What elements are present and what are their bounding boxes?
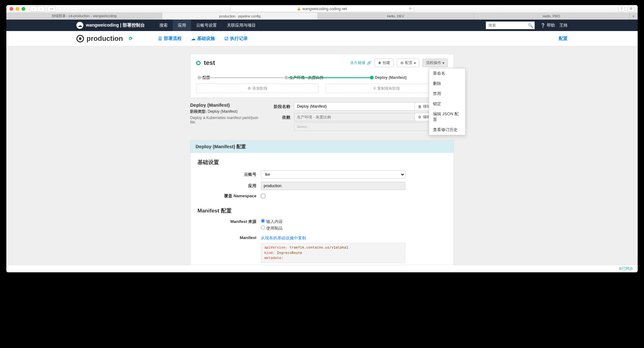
- lock-icon: 🔒: [297, 7, 301, 10]
- config-button[interactable]: ⚙配置 ▾: [397, 59, 419, 67]
- menu-history[interactable]: 查看修订历史: [429, 125, 465, 135]
- stage-graph: 配置 生产环境 - 灰度比例 Deploy (Manifest): [196, 73, 448, 82]
- copy-from-infra-link[interactable]: 从现有的基础设施中复制: [261, 236, 306, 240]
- tabs-icon[interactable]: ⧉: [628, 6, 634, 12]
- list-icon: ☰: [158, 36, 162, 41]
- manifest-code[interactable]: apiVersion: traefik.containo.us/v1alpha1…: [261, 243, 405, 263]
- check-icon: ☑: [224, 36, 229, 41]
- browser-tab[interactable]: 持续部署 - cd-production - wangweicoding: [6, 13, 162, 19]
- gear-icon: ⚙: [418, 115, 422, 119]
- url-text: wangweicoding.coding.net: [302, 7, 347, 11]
- user-name[interactable]: 王炜: [559, 22, 568, 28]
- search-button[interactable]: 🔍: [526, 22, 535, 29]
- cloud-icon: ☁: [191, 36, 196, 41]
- titlebar: ‹ › ▭ 🔒 wangweicoding.coding.net ⟳ ⇪ ⧉: [6, 5, 638, 13]
- app-label: 应用: [197, 183, 261, 189]
- namespace-label: 覆盖 Namespace: [197, 193, 261, 199]
- help-link[interactable]: ❔ 帮助: [540, 22, 555, 28]
- cloud-account-label: 云账号: [197, 172, 261, 177]
- stage-label: Deploy (Manifest): [375, 75, 407, 80]
- depends-label: 依赖: [272, 113, 294, 120]
- help-label: 帮助: [547, 22, 555, 28]
- manifest-source-label: Manifest 来源: [197, 219, 261, 225]
- new-tab-button[interactable]: +: [629, 13, 638, 19]
- plus-icon: ✚: [378, 61, 381, 65]
- reload-icon[interactable]: ⟳: [409, 7, 412, 11]
- trash-icon: 🗑: [418, 104, 422, 109]
- permalink[interactable]: 永久链接 🔗: [350, 60, 371, 66]
- gear-icon: ⚙: [248, 86, 251, 91]
- refresh-icon[interactable]: ⟳: [129, 36, 133, 41]
- app-name[interactable]: production ⟳: [76, 35, 133, 43]
- share-icon[interactable]: ⇪: [618, 6, 625, 12]
- brand-icon: ☁: [76, 22, 83, 29]
- search-icon: 🔍: [528, 23, 533, 28]
- manifest-config-title: Manifest 配置: [197, 207, 447, 214]
- page-body: test 永久链接 🔗 ✚创建 ⚙配置 ▾ 流程操作 ▾ 重命名 删除 禁用 锁…: [6, 46, 638, 272]
- add-stage-button[interactable]: ⚙添加阶段: [196, 84, 319, 93]
- minimize-window-icon[interactable]: [16, 7, 19, 11]
- stage-detail: Deploy (Manifest) 阶段类型: Deploy (Manifest…: [190, 102, 454, 133]
- dependency-add[interactable]: Select...: [294, 123, 447, 131]
- menu-lock[interactable]: 锁定: [429, 99, 465, 109]
- browser-tab[interactable]: production · pipeline config: [162, 13, 318, 19]
- deploy-config-panel: Deploy (Manifest) 配置 基础设置 云账号 tke 应用 覆盖 …: [190, 140, 454, 272]
- topnav-app[interactable]: 应用: [173, 20, 191, 31]
- brand-text: wangweicoding | 部署控制台: [86, 22, 145, 28]
- stage-detail-desc: Deploy a Kubernetes manifest yaml/json f…: [190, 116, 263, 124]
- pipeline-title: test: [204, 59, 215, 66]
- url-bar[interactable]: 🔒 wangweicoding.coding.net ⟳: [230, 6, 414, 12]
- pipeline-panel: test 永久链接 🔗 ✚创建 ⚙配置 ▾ 流程操作 ▾ 重命名 删除 禁用 锁…: [190, 54, 454, 98]
- stage-node[interactable]: [284, 76, 288, 79]
- pipeline-actions-button[interactable]: 流程操作 ▾: [422, 59, 448, 67]
- namespace-checkbox[interactable]: [261, 194, 265, 198]
- app-bar: ☁ wangweicoding | 部署控制台 搜索 应用 云账号设置 关联应用…: [6, 20, 638, 31]
- stage-name-label: 阶段名称: [272, 102, 294, 110]
- sync-status-text: 已同步: [622, 266, 633, 271]
- app-input: [261, 182, 405, 190]
- menu-edit-json[interactable]: 编辑 JSON 配置: [429, 109, 465, 125]
- stage-node[interactable]: [197, 76, 201, 79]
- tab-exec[interactable]: ☑执行记录: [224, 36, 248, 41]
- browser-tab[interactable]: Hello, DEV: [318, 13, 474, 19]
- topnav-link[interactable]: 关联应用与项目: [222, 20, 261, 31]
- stage-node-selected[interactable]: [370, 76, 374, 79]
- help-icon: ❔: [540, 23, 545, 28]
- forward-button[interactable]: ›: [37, 6, 45, 12]
- browser-tab[interactable]: Hello, PRO: [474, 13, 630, 19]
- link-icon: 🔗: [367, 61, 371, 65]
- create-button[interactable]: ✚创建: [375, 59, 394, 67]
- caret-down-icon: ▾: [414, 61, 416, 65]
- back-button[interactable]: ‹: [30, 6, 37, 12]
- stage-detail-title: Deploy (Manifest): [190, 102, 263, 108]
- gear-icon: ⚙: [400, 61, 404, 65]
- sub-header: production ⟳ ☰部署流程 ☁基础设施 ☑执行记录 配置: [6, 31, 638, 46]
- manifest-label: Manifest: [197, 235, 261, 240]
- topnav-account[interactable]: 云账号设置: [191, 20, 222, 31]
- menu-rename[interactable]: 重命名: [429, 68, 465, 79]
- menu-delete[interactable]: 删除: [429, 79, 465, 89]
- brand[interactable]: ☁ wangweicoding | 部署控制台: [76, 22, 145, 29]
- maximize-window-icon[interactable]: [22, 7, 25, 11]
- config-link[interactable]: 配置: [559, 36, 568, 41]
- browser-tabs: 持续部署 - cd-production - wangweicoding pro…: [6, 13, 638, 20]
- tab-pipeline[interactable]: ☰部署流程: [158, 36, 182, 41]
- deploy-config-header: Deploy (Manifest) 配置: [190, 141, 454, 153]
- copy-icon: ⎘: [374, 86, 376, 91]
- close-window-icon[interactable]: [10, 7, 13, 11]
- cloud-account-select[interactable]: tke: [261, 170, 405, 179]
- caret-down-icon: ▾: [442, 61, 444, 65]
- app-name-text: production: [87, 35, 123, 43]
- source-radio-text[interactable]: 输入内容: [261, 219, 283, 225]
- basic-settings-title: 基础设置: [197, 159, 447, 166]
- search-input[interactable]: [486, 22, 526, 29]
- topnav-search[interactable]: 搜索: [154, 20, 173, 31]
- pipeline-status-icon: [196, 61, 201, 65]
- source-radio-artifact[interactable]: 使用制品: [261, 225, 283, 231]
- menu-disable[interactable]: 禁用: [429, 89, 465, 99]
- actions-dropdown: 重命名 删除 禁用 锁定 编辑 JSON 配置 查看修订历史: [429, 68, 466, 135]
- check-circle-icon: ⊘: [619, 266, 622, 271]
- sidebar-toggle-icon[interactable]: ▭: [48, 6, 56, 12]
- tab-infra[interactable]: ☁基础设施: [191, 36, 215, 41]
- app-icon: [76, 35, 84, 42]
